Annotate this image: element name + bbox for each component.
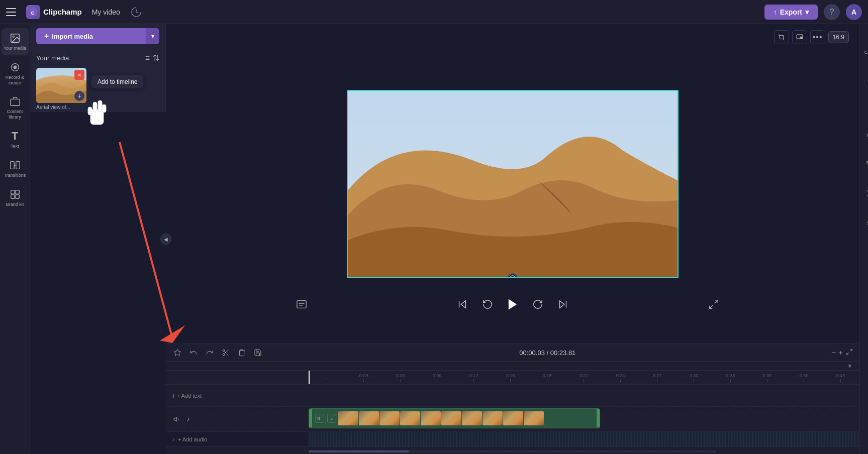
video-track: ♪ ♪ bbox=[166, 407, 859, 432]
add-text-button[interactable]: T + Add text bbox=[172, 393, 202, 399]
svg-marker-33 bbox=[508, 299, 516, 310]
export-button[interactable]: ↑ Export ▾ bbox=[764, 5, 818, 20]
sidebar-item-brand-kit[interactable]: Brand kit bbox=[2, 184, 29, 211]
timeline-tracks: T + Add text bbox=[166, 385, 859, 449]
content-library-icon bbox=[9, 95, 21, 107]
sidebar-item-fade[interactable]: Fade bbox=[860, 89, 869, 113]
undo-button[interactable] bbox=[188, 347, 199, 358]
replay-5-button[interactable] bbox=[478, 295, 497, 313]
add-audio-button[interactable]: + Add audio bbox=[178, 436, 207, 442]
fit-timeline-button[interactable] bbox=[846, 349, 853, 357]
frame-thumb-2 bbox=[359, 411, 379, 425]
skip-forward-button[interactable] bbox=[554, 295, 572, 313]
more-options-button[interactable]: ••• bbox=[810, 30, 825, 44]
menu-icon[interactable] bbox=[6, 5, 20, 19]
redo-button[interactable] bbox=[204, 347, 215, 358]
svg-marker-38 bbox=[174, 349, 180, 356]
timeline-zoom-controls: − + bbox=[832, 349, 853, 357]
scrubber-handle[interactable] bbox=[507, 273, 518, 278]
topbar: C Clipchamp My video ↑ Export ▾ ? A bbox=[0, 0, 868, 24]
sidebar-item-content-library[interactable]: Content library bbox=[2, 91, 29, 124]
corner-tr bbox=[673, 90, 679, 95]
ruler-mark-003: 0:03 bbox=[345, 373, 382, 382]
media-item-label: Aerial view of... bbox=[36, 104, 70, 110]
app-logo[interactable]: C Clipchamp bbox=[26, 5, 82, 19]
sidebar-item-transitions[interactable]: Transitions bbox=[2, 155, 29, 182]
media-item-delete-button[interactable]: ✕ bbox=[74, 70, 84, 80]
zoom-in-button[interactable]: + bbox=[839, 349, 843, 357]
audio-track-btn[interactable]: ♪ bbox=[185, 414, 191, 424]
cut-button[interactable] bbox=[220, 347, 231, 358]
sidebar-item-captions[interactable]: Captions bbox=[860, 34, 869, 58]
media-item-aerial-desert[interactable]: ✕ + bbox=[36, 68, 86, 103]
crop-button[interactable] bbox=[774, 30, 789, 44]
sort-icon[interactable]: ⇅ bbox=[153, 53, 159, 63]
scrollbar-thumb[interactable] bbox=[309, 450, 409, 452]
sidebar-item-effects[interactable]: Effects bbox=[860, 145, 869, 168]
scrollbar-track[interactable] bbox=[309, 450, 716, 452]
timeline-time-display: 00:00.03 / 00:23.81 bbox=[268, 349, 827, 357]
left-sidebar: Your media Record & create Content libra… bbox=[0, 24, 30, 454]
text-label: Text bbox=[11, 144, 19, 149]
svg-marker-31 bbox=[461, 301, 465, 308]
import-dropdown-button[interactable]: ▾ bbox=[146, 28, 159, 44]
sidebar-item-adjust-colors[interactable]: Adjust colors bbox=[860, 172, 869, 201]
help-button[interactable]: ? bbox=[824, 4, 840, 20]
frame-thumb-7 bbox=[462, 411, 482, 425]
center-area: ••• 16:9 bbox=[166, 24, 859, 454]
music-note-icon: ♪ bbox=[172, 436, 175, 443]
ruler-mark-018: 0:18 bbox=[529, 373, 565, 382]
clip-audio-button[interactable]: ♪ bbox=[327, 414, 336, 423]
clip-handle-left[interactable] bbox=[309, 409, 312, 427]
forward-5-button[interactable] bbox=[529, 295, 547, 313]
delete-button[interactable] bbox=[236, 347, 247, 358]
subtitle-toggle-button[interactable] bbox=[293, 295, 311, 313]
transitions-label: Transitions bbox=[4, 173, 26, 178]
ruler-mark-0: | bbox=[309, 376, 345, 382]
media-panel-header: Your media ≡ ⇅ bbox=[30, 48, 165, 66]
import-plus-icon: + bbox=[44, 32, 49, 41]
user-avatar[interactable]: A bbox=[846, 4, 862, 20]
svg-rect-11 bbox=[15, 190, 19, 193]
svg-line-44 bbox=[850, 349, 852, 351]
save-to-media-button[interactable] bbox=[252, 347, 263, 358]
skip-back-button[interactable] bbox=[453, 295, 471, 313]
import-media-button[interactable]: + Import media bbox=[36, 28, 146, 44]
sidebar-item-your-media[interactable]: Your media bbox=[2, 28, 29, 55]
video-track-content[interactable]: ♪ bbox=[309, 407, 859, 431]
magic-tool-button[interactable] bbox=[172, 347, 183, 358]
fullscreen-button[interactable] bbox=[705, 295, 723, 313]
pip-button[interactable] bbox=[792, 30, 807, 44]
panel-collapse-button[interactable]: ◀ bbox=[160, 234, 171, 245]
add-to-timeline-tooltip: Add to timeline bbox=[91, 75, 143, 88]
sidebar-item-audio[interactable]: Audio bbox=[860, 62, 869, 85]
mute-track-button[interactable] bbox=[172, 414, 182, 424]
clip-handle-right[interactable] bbox=[597, 409, 600, 427]
sidebar-item-speed[interactable]: Speed bbox=[860, 205, 869, 229]
timeline-scrollbar[interactable] bbox=[166, 449, 859, 454]
aspect-ratio-selector[interactable]: 16:9 bbox=[828, 31, 849, 43]
sidebar-item-filters[interactable]: Filters bbox=[860, 117, 869, 141]
text-track-content bbox=[309, 385, 859, 406]
sidebar-item-record-create[interactable]: Record & create bbox=[2, 57, 29, 90]
frame-thumb-1 bbox=[338, 411, 358, 425]
svg-point-5 bbox=[14, 66, 17, 69]
media-item-add-button[interactable]: + bbox=[74, 91, 84, 101]
corner-br bbox=[673, 273, 679, 278]
svg-point-3 bbox=[13, 36, 14, 37]
filter-icon[interactable]: ≡ bbox=[145, 54, 150, 63]
ruler-mark-015: 0:15 bbox=[492, 373, 529, 382]
record-label: Record & create bbox=[4, 75, 27, 86]
zoom-out-button[interactable]: − bbox=[832, 349, 836, 357]
sidebar-item-text[interactable]: T Text bbox=[2, 126, 29, 153]
project-name[interactable]: My video bbox=[88, 6, 124, 18]
video-clip[interactable]: ♪ bbox=[309, 408, 600, 428]
svg-rect-12 bbox=[11, 194, 14, 198]
text-track: T + Add text bbox=[166, 385, 859, 407]
timeline-expand-toggle[interactable]: ▼ bbox=[847, 363, 853, 370]
frame-thumb-3 bbox=[379, 411, 400, 425]
ruler-mark-024: 0:24 bbox=[602, 373, 639, 382]
clip-mute-button[interactable] bbox=[315, 414, 324, 423]
timeline-ruler: | 0:03 0:06 0:09 0:12 bbox=[166, 371, 859, 385]
play-button[interactable] bbox=[504, 295, 522, 313]
